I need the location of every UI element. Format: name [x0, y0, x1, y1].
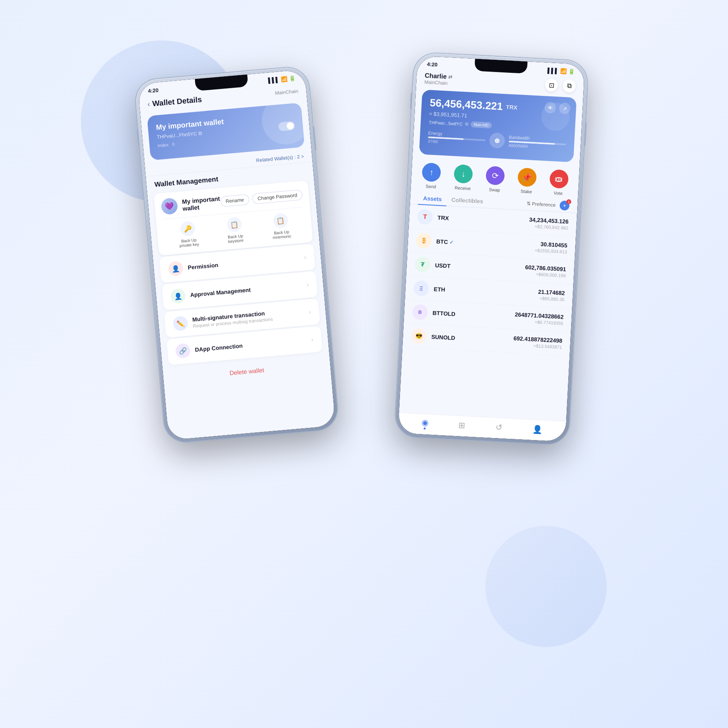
swap-icon: ⟳ — [485, 166, 505, 185]
status-icons-left: ▌▌▌ 📶 🔋 — [268, 75, 296, 84]
stake-icon: 📌 — [517, 167, 537, 187]
preference-button[interactable]: ⇅ Preference + 1 — [526, 199, 569, 211]
energy-bandwidth-row: Energy 37/60 ⊕ Bandwidth 4000/5000 — [427, 129, 567, 152]
nav-profile-icon: 👤 — [532, 424, 543, 434]
eth-amounts: 21.174682 ≈$85,885.35 — [538, 288, 565, 302]
chevron-right-icon-2: › — [306, 281, 309, 288]
nav-assets-icon: ◉ — [421, 417, 429, 427]
tab-collectibles[interactable]: Collectibles — [446, 193, 488, 208]
backup-keystore[interactable]: 📋 Back Up keystore — [226, 217, 243, 244]
bottom-nav: ◉ ⊞ ↺ 👤 — [398, 413, 566, 442]
send-icon: ↑ — [422, 163, 441, 182]
switch-icon[interactable]: ⇄ — [448, 74, 453, 80]
wallet-name-mgmt: My important wallet — [182, 195, 221, 212]
backup-mnemonic[interactable]: 📋 Back Up mnemonic — [271, 212, 292, 240]
eth-icon: Ξ — [413, 280, 430, 296]
phone-left: 4:20 ▌▌▌ 📶 🔋 ‹ Wallet Details MainChain — [134, 66, 339, 444]
balance-address: THPwer...5wtfYC — [429, 120, 463, 126]
nav-assets[interactable]: ◉ — [421, 417, 429, 430]
btc-icon: ₿ — [416, 233, 432, 249]
sunold-name: SUNOLD — [431, 334, 455, 341]
change-password-button[interactable]: Change Password — [252, 189, 303, 204]
nav-layers-icon: ⊞ — [458, 420, 466, 430]
wallet-avatar: 💜 — [161, 197, 178, 215]
expand-icon[interactable]: ↗ — [559, 102, 571, 114]
tron-center-icon: ⊕ — [489, 132, 505, 148]
sunold-icon: 😎 — [411, 328, 427, 344]
user-network: MainChain — [424, 79, 452, 87]
non-hd-badge: Non-HD — [470, 121, 492, 129]
asset-list: T TRX 34,234,453.126 ≈$2,760,842.982 ₿ — [402, 204, 577, 356]
nav-history[interactable]: ↺ — [495, 422, 503, 432]
nav-profile[interactable]: 👤 — [532, 424, 543, 434]
scan-icon[interactable]: ⊡ — [545, 78, 559, 92]
address-copy-icon[interactable]: ⧉ — [465, 121, 468, 127]
bttold-name: BTTOLD — [432, 310, 455, 317]
trx-amounts: 34,234,453.126 ≈$2,760,842.982 — [529, 216, 569, 231]
qr-scan-icon[interactable]: ⧉ — [563, 79, 576, 93]
trx-name: TRX — [437, 214, 449, 221]
trx-icon: T — [417, 209, 433, 225]
vote-icon: 🎟 — [549, 169, 569, 188]
vote-action[interactable]: 🎟 Vote — [549, 169, 569, 196]
usdt-name: USDT — [435, 262, 451, 269]
eye-icon[interactable]: 👁 — [544, 102, 556, 113]
bttold-amounts: 2648771.04328662 ≈$6.77419355 — [514, 311, 564, 326]
balance-card: 👁 ↗ 56,456,453.221 TRX ≈ $3,951,951.71 T… — [419, 90, 577, 163]
add-badge: 1 — [566, 199, 571, 205]
btc-amounts: 30.810455 ≈$1555,934.813 — [535, 241, 567, 254]
rename-button[interactable]: Rename — [220, 194, 250, 207]
back-navigation[interactable]: ‹ Wallet Details — [147, 95, 202, 109]
mnemonic-icon: 📋 — [273, 213, 288, 229]
user-info[interactable]: Charlie ⇄ MainChain — [424, 72, 453, 87]
status-time-right: 4:20 — [427, 61, 438, 68]
nav-layers[interactable]: ⊞ — [458, 420, 466, 430]
btc-verified-icon: ✓ — [449, 239, 454, 245]
nav-active-dot — [424, 427, 426, 430]
wallet-card: My important wallet THPvaU...Fhn5YC ⧉ In… — [147, 103, 305, 161]
usdt-icon: ₮ — [415, 256, 431, 273]
bttold-icon: B — [412, 304, 428, 320]
management-card: 💜 My important wallet Rename Change Pass… — [154, 180, 313, 256]
receive-icon: ↓ — [454, 164, 473, 184]
dapp-icon: 🔗 — [175, 343, 191, 359]
page-title: Wallet Details — [152, 95, 202, 108]
btc-name: BTC ✓ — [436, 238, 454, 245]
receive-action[interactable]: ↓ Receive — [453, 164, 473, 191]
phone-right: 4:20 ▌▌▌ 📶 🔋 Charlie ⇄ MainChain — [394, 52, 588, 445]
header-icons: ⊡ ⧉ — [545, 78, 576, 93]
permission-icon: 👤 — [168, 261, 184, 277]
status-time-left: 4:20 — [148, 87, 159, 94]
status-icons-right: ▌▌▌ 📶 🔋 — [547, 68, 575, 75]
backup-private-key[interactable]: 🔑 Back Up private key — [178, 220, 199, 248]
approval-icon: 👤 — [170, 288, 186, 304]
network-badge-left: MainChain — [275, 88, 298, 96]
add-asset-button[interactable]: + 1 — [559, 201, 569, 211]
permission-label: Permission — [188, 255, 300, 271]
back-arrow-icon[interactable]: ‹ — [147, 100, 150, 108]
sunold-amounts: 692.418878222498 ≈$13.5483871 — [513, 335, 563, 349]
swap-action[interactable]: ⟳ Swap — [485, 166, 505, 193]
energy-stat: Energy 37/60 — [427, 130, 485, 146]
usdt-amounts: 602,786.035091 ≈$606,000.199 — [525, 264, 566, 278]
eth-name: ETH — [434, 286, 445, 293]
key-icon: 🔑 — [180, 221, 196, 237]
tab-assets[interactable]: Assets — [418, 191, 447, 206]
send-action[interactable]: ↑ Send — [421, 163, 441, 189]
keystore-icon: 📋 — [226, 217, 242, 233]
chevron-right-icon: › — [304, 254, 307, 261]
multisig-icon: ✏️ — [173, 315, 188, 331]
dapp-label: DApp Connection — [195, 337, 307, 353]
chevron-right-icon-4: › — [311, 336, 314, 343]
chevron-right-icon-3: › — [309, 309, 311, 316]
stake-action[interactable]: 📌 Stake — [517, 167, 537, 194]
copy-icon[interactable]: ⧉ — [198, 130, 202, 136]
bandwidth-stat: Bandwidth 4000/5000 — [508, 135, 566, 150]
approval-label: Approval Management — [190, 282, 302, 298]
wallet-toggle[interactable] — [278, 121, 295, 131]
nav-history-icon: ↺ — [495, 422, 503, 432]
